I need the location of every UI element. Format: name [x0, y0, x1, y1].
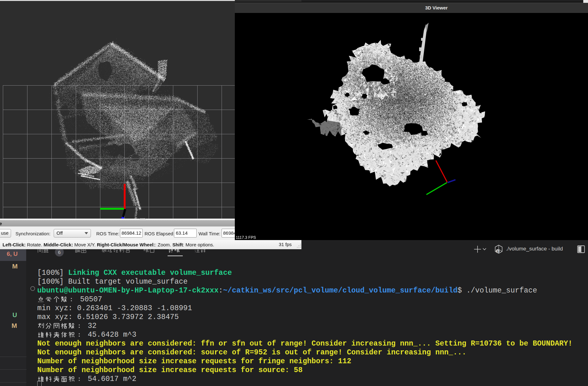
svg-text:$: $ — [497, 250, 499, 253]
